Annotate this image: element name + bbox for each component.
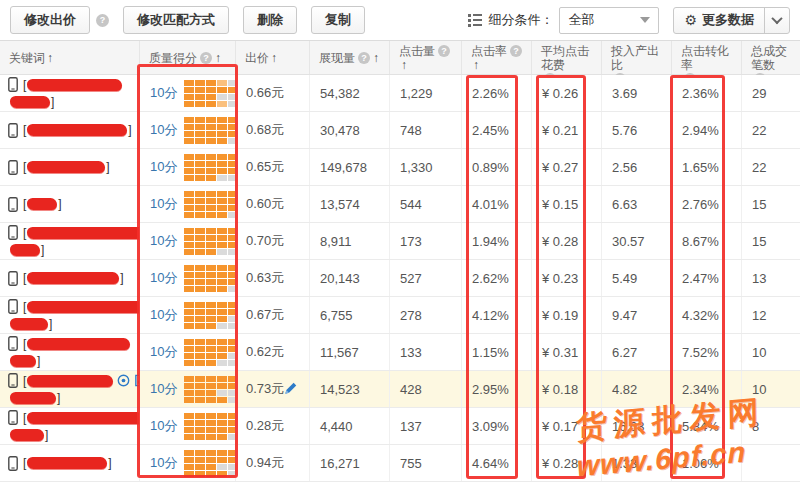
help-icon[interactable]: ?: [358, 52, 370, 64]
column-header-impressions[interactable]: 展现量 ? ↑: [310, 41, 390, 74]
table-row[interactable]: [ ] ] 10分 0.67元: [0, 297, 800, 334]
mobile-device-icon: [8, 123, 18, 138]
keyword-bracket-open: [: [23, 197, 26, 211]
keyword-cell: [ ] ]: [0, 186, 140, 222]
column-header-conversion-rate[interactable]: 点击转化率 ? ↑: [672, 41, 742, 74]
table-row[interactable]: [ ] ] 10分 0.60元: [0, 186, 800, 223]
total-deals-cell: 10: [742, 334, 800, 370]
sort-up-icon[interactable]: ↑: [473, 58, 479, 72]
quality-score-cell: 10分: [140, 112, 236, 148]
help-icon[interactable]: ?: [96, 14, 109, 27]
keyword-bracket-close: ]: [45, 428, 48, 442]
ctr-cell: 2.45%: [462, 112, 532, 148]
conversion-rate-cell: 2.47%: [672, 260, 742, 296]
more-data-button[interactable]: ⚙ 更多数据: [673, 7, 790, 34]
quality-score-value[interactable]: 10分: [150, 232, 177, 250]
table-row[interactable]: [ ] ] 10分 0.28元: [0, 408, 800, 445]
total-deals-cell: 12: [742, 297, 800, 333]
impressions-cell: 16,271: [310, 445, 390, 481]
delete-button[interactable]: 删除: [243, 6, 297, 34]
bid-cell: 0.70元: [236, 223, 310, 259]
quality-score-grid: [184, 339, 236, 366]
keyword-cell: [ ] ]: [0, 371, 140, 407]
ctr-cell: 2.62%: [462, 260, 532, 296]
bid-value: 0.60元: [246, 195, 284, 213]
toolbar: 修改出价 ? 修改匹配方式 删除 复制 细分条件： 全部 ⚙ 更多数据: [0, 0, 800, 40]
more-data-expand[interactable]: [765, 16, 789, 24]
column-header-roi[interactable]: 投入产出比 ? ↑: [602, 41, 672, 74]
bid-value: 0.65元: [246, 158, 284, 176]
clicks-cell: 1,229: [390, 75, 462, 111]
conversion-rate-cell: 1.65%: [672, 149, 742, 185]
table-row[interactable]: [ ] ] 10分 0.65元: [0, 149, 800, 186]
total-deals-cell: 22: [742, 112, 800, 148]
edit-bid-pencil-icon[interactable]: [284, 381, 298, 398]
ctr-cell: 4.01%: [462, 186, 532, 222]
help-icon[interactable]: ?: [510, 45, 522, 57]
column-header-quality-score[interactable]: 质量得分 ? ↑: [140, 41, 236, 74]
column-header-keyword[interactable]: 关键词 ↑: [0, 41, 140, 74]
column-header-total-deals[interactable]: 总成交笔数 ? ↓: [742, 41, 800, 74]
bid-value: 0.67元: [246, 306, 284, 324]
segment-filter-label: 细分条件：: [488, 11, 553, 29]
quality-score-value[interactable]: 10分: [150, 380, 177, 398]
sort-up-icon[interactable]: ↑: [271, 51, 277, 65]
modify-bid-button[interactable]: 修改出价: [10, 6, 90, 34]
table-row[interactable]: [ ] ] 10分 0.70元: [0, 223, 800, 260]
copy-button[interactable]: 复制: [311, 6, 365, 34]
quality-score-cell: 10分: [140, 297, 236, 333]
quality-score-value[interactable]: 10分: [150, 343, 177, 361]
avg-cpc-cell: ¥ 0.15: [532, 186, 602, 222]
sort-up-icon[interactable]: ↑: [401, 58, 407, 72]
quality-score-value[interactable]: 10分: [150, 158, 177, 176]
quality-score-cell: 10分: [140, 260, 236, 296]
segment-filter-dropdown[interactable]: 全部: [559, 7, 659, 34]
ctr-cell: 1.15%: [462, 334, 532, 370]
conversion-rate-cell: 7.52%: [672, 334, 742, 370]
quality-score-value[interactable]: 10分: [150, 454, 177, 472]
column-header-ctr[interactable]: 点击率 ? ↑: [462, 41, 532, 74]
quality-score-value[interactable]: 10分: [150, 121, 177, 139]
help-icon[interactable]: ?: [200, 52, 212, 64]
sort-up-icon[interactable]: ↑: [215, 51, 221, 65]
table-row[interactable]: [ ] ] 10分 0.63元: [0, 260, 800, 297]
table-row[interactable]: [ ] ] 10分 0.66元: [0, 75, 800, 112]
bid-cell: 0.63元: [236, 260, 310, 296]
keyword-bracket-close: ]: [37, 354, 40, 368]
quality-score-value[interactable]: 10分: [150, 84, 177, 102]
column-header-clicks[interactable]: 点击量 ? ↑: [390, 41, 462, 74]
column-header-avg-cpc[interactable]: 平均点击花费 ? ↑: [532, 41, 602, 74]
quality-score-value[interactable]: 10分: [150, 417, 177, 435]
promotion-icon[interactable]: [117, 374, 130, 387]
table-row[interactable]: [ ] ] 10分 0.94元: [0, 445, 800, 482]
table-row[interactable]: [ ] ] 10分 0.62元: [0, 334, 800, 371]
help-icon[interactable]: ?: [438, 45, 450, 57]
impressions-cell: 4,440: [310, 408, 390, 444]
quality-score-cell: 10分: [140, 371, 236, 407]
total-deals-cell: [742, 445, 800, 481]
keyword-redaction-line2: [10, 96, 50, 108]
mobile-device-icon: [8, 225, 18, 240]
avg-cpc-cell: ¥ 0.18: [532, 371, 602, 407]
impressions-cell: 13,574: [310, 186, 390, 222]
table-row[interactable]: [ ] ] 10分 0.73元: [0, 371, 800, 408]
bid-value: 0.68元: [246, 121, 284, 139]
quality-score-value[interactable]: 10分: [150, 306, 177, 324]
quality-score-value[interactable]: 10分: [150, 195, 177, 213]
conversion-rate-cell: 2.36%: [672, 75, 742, 111]
sort-up-icon[interactable]: ↑: [47, 51, 53, 65]
keyword-bracket-open: [: [23, 411, 26, 425]
table-row[interactable]: [ ] ] 10分 0.68元: [0, 112, 800, 149]
mobile-device-icon: [8, 271, 18, 286]
quality-score-grid: [184, 265, 236, 292]
sort-up-icon[interactable]: ↑: [373, 51, 379, 65]
bid-cell: 0.73元: [236, 371, 310, 407]
modify-match-type-button[interactable]: 修改匹配方式: [123, 6, 229, 34]
quality-score-value[interactable]: 10分: [150, 269, 177, 287]
keyword-redaction: [27, 161, 105, 173]
column-header-bid[interactable]: 出价 ↑: [236, 41, 310, 74]
ctr-cell: 3.09%: [462, 408, 532, 444]
chevron-down-icon: [640, 17, 650, 23]
keyword-bracket-open: [: [23, 374, 26, 388]
keyword-redaction: [27, 272, 119, 284]
